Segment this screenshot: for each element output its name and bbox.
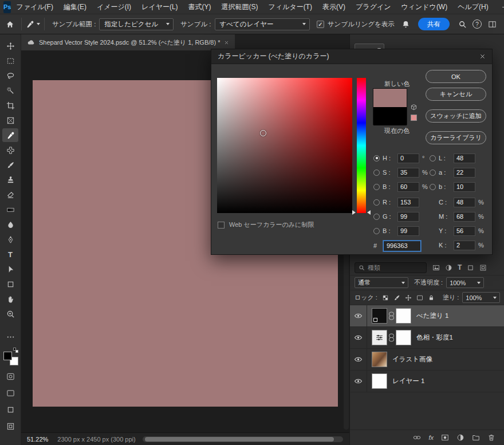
- shape-tool[interactable]: [2, 277, 18, 291]
- saturation-brightness-field[interactable]: [217, 78, 352, 213]
- color-field-marker[interactable]: [260, 130, 266, 136]
- fill-value-dropdown[interactable]: 100%: [462, 292, 500, 303]
- screen-mode-button[interactable]: [3, 386, 19, 400]
- horizontal-scrollbar[interactable]: [143, 436, 343, 442]
- color-libraries-button[interactable]: カラーライブラリ: [426, 131, 486, 144]
- menu-plugins[interactable]: プラグイン: [351, 0, 396, 14]
- hex-input[interactable]: [383, 241, 421, 251]
- sample-layers-dropdown[interactable]: すべてのレイヤー: [215, 18, 310, 30]
- filter-shape-layers-icon[interactable]: [467, 264, 474, 271]
- layer-style-fx-icon[interactable]: fx: [428, 434, 434, 441]
- hue-slider-arrow-right[interactable]: [367, 210, 371, 215]
- layer-row-fill[interactable]: べた塗り 1: [350, 305, 504, 327]
- web-color-cube-icon[interactable]: [410, 104, 418, 111]
- path-selection-tool[interactable]: [2, 262, 18, 276]
- visibility-eye-icon[interactable]: [350, 349, 367, 371]
- home-icon[interactable]: [2, 17, 17, 31]
- window-arrange-icon[interactable]: [3, 419, 19, 433]
- document-tab[interactable]: Shepard Vector Style 2024.psdc @ 51.2% (…: [21, 34, 235, 50]
- show-sample-ring-checkbox[interactable]: ✓: [317, 21, 324, 28]
- workspace-panels-icon[interactable]: [485, 17, 499, 31]
- tab-close-icon[interactable]: [224, 40, 229, 45]
- dialog-title-bar[interactable]: カラーピッカー (べた塗りのカラー): [211, 49, 492, 64]
- lasso-tool[interactable]: [2, 69, 18, 82]
- a-input[interactable]: [454, 168, 475, 178]
- s-radio[interactable]: [373, 170, 380, 176]
- fill-layer-thumbnail[interactable]: [372, 308, 387, 324]
- quick-mask-button[interactable]: [3, 369, 19, 383]
- image-layer-thumbnail[interactable]: [372, 352, 387, 367]
- zoom-tool[interactable]: [2, 307, 18, 321]
- marquee-tool[interactable]: [2, 54, 18, 68]
- link-layers-icon[interactable]: [413, 434, 421, 442]
- pen-tool[interactable]: [2, 233, 18, 246]
- a-radio[interactable]: [430, 170, 436, 176]
- edit-toolbar-dots-icon[interactable]: [3, 330, 19, 344]
- lock-transparency-icon[interactable]: [382, 294, 389, 301]
- layer-mask-link-icon[interactable]: [388, 333, 395, 342]
- eraser-tool[interactable]: [2, 188, 18, 202]
- m-input[interactable]: [454, 212, 475, 222]
- layer-thumbnail[interactable]: [372, 373, 387, 389]
- lock-position-icon[interactable]: [405, 294, 412, 301]
- b-input[interactable]: [397, 182, 419, 192]
- menu-file[interactable]: ファイル(F): [11, 0, 58, 14]
- s-input[interactable]: [397, 168, 419, 178]
- k-input[interactable]: [454, 241, 475, 250]
- notifications-bell-icon[interactable]: [398, 17, 413, 31]
- r-radio[interactable]: [373, 199, 380, 206]
- clone-stamp-tool[interactable]: [2, 173, 18, 187]
- brush-tool[interactable]: [2, 158, 18, 172]
- layer-mask-link-icon[interactable]: [388, 312, 395, 320]
- layer-row-adjustment[interactable]: 色相・彩度1: [350, 327, 504, 349]
- search-icon[interactable]: [455, 17, 470, 31]
- default-colors-icon[interactable]: [13, 348, 18, 353]
- object-selection-tool[interactable]: [2, 84, 18, 97]
- add-layer-mask-icon[interactable]: [441, 434, 449, 442]
- horizontal-scrollbar-thumb[interactable]: [145, 437, 334, 442]
- filter-type-layers-icon[interactable]: T: [458, 264, 462, 271]
- g-radio[interactable]: [373, 214, 380, 220]
- menu-window[interactable]: ウィンドウ(W): [396, 0, 452, 14]
- filter-smart-object-icon[interactable]: [479, 264, 487, 271]
- b-lab-radio[interactable]: [430, 184, 436, 190]
- blend-mode-dropdown[interactable]: 通常: [355, 277, 408, 288]
- visibility-eye-icon[interactable]: [350, 305, 367, 327]
- ok-button[interactable]: OK: [426, 70, 486, 83]
- b2-input[interactable]: [397, 226, 419, 236]
- hue-slider-arrow-left[interactable]: [352, 210, 356, 215]
- gradient-tool[interactable]: [2, 203, 18, 216]
- healing-brush-tool[interactable]: [2, 143, 18, 157]
- menu-filter[interactable]: フィルター(T): [263, 0, 317, 14]
- delete-layer-trash-icon[interactable]: [487, 434, 495, 442]
- l-input[interactable]: [454, 153, 475, 163]
- web-safe-color-swatch[interactable]: [411, 115, 417, 121]
- help-icon[interactable]: ?: [470, 17, 485, 31]
- opacity-value-dropdown[interactable]: 100%: [446, 277, 484, 288]
- lock-pixels-icon[interactable]: [393, 294, 400, 301]
- screen-layout-icon[interactable]: [3, 403, 19, 416]
- h-input[interactable]: [397, 153, 419, 163]
- new-adjustment-layer-icon[interactable]: [456, 434, 464, 442]
- visibility-eye-icon[interactable]: [350, 327, 367, 349]
- h-radio[interactable]: [373, 155, 380, 162]
- layer-mask-thumbnail[interactable]: [396, 330, 411, 345]
- layer-mask-thumbnail[interactable]: [396, 308, 411, 324]
- frame-tool[interactable]: [2, 113, 18, 127]
- dialog-close-icon[interactable]: [479, 53, 486, 60]
- tool-preset-picker[interactable]: [26, 20, 40, 29]
- current-color-swatch[interactable]: [373, 107, 407, 125]
- y-input[interactable]: [454, 226, 475, 236]
- sample-scope-dropdown[interactable]: 指定したピクセル: [99, 18, 174, 30]
- foreground-background-swatches[interactable]: [3, 348, 19, 365]
- filter-pixel-layers-icon[interactable]: [432, 264, 440, 271]
- web-safe-checkbox[interactable]: [218, 222, 225, 229]
- add-to-swatches-button[interactable]: スウォッチに追加: [426, 109, 486, 123]
- layer-row-layer1[interactable]: レイヤー 1: [350, 371, 504, 392]
- lock-all-icon[interactable]: [428, 294, 435, 301]
- b-lab-input[interactable]: [454, 182, 475, 192]
- visibility-eye-icon[interactable]: [350, 371, 367, 392]
- lock-artboard-icon[interactable]: [416, 294, 423, 301]
- filter-adjustment-layers-icon[interactable]: [445, 264, 452, 271]
- l-radio[interactable]: [430, 155, 436, 162]
